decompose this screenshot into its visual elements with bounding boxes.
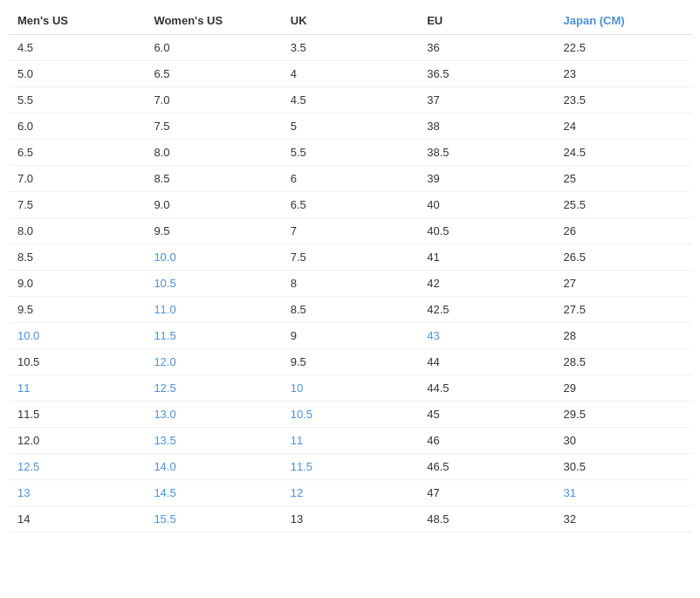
mens-us-cell: 10.0 [9,323,145,349]
table-row: 7.59.06.54025.5 [9,192,691,218]
header-japan: Japan (CM) [555,7,691,35]
header-uk: UK [282,7,418,35]
eu-cell: 47 [418,480,554,506]
table-row: 6.58.05.538.524.5 [9,140,691,166]
header-mens-us: Men's US [9,7,145,35]
japan-cell: 24 [555,113,691,140]
womens-us-cell: 12.5 [145,375,281,402]
womens-us-cell: 11.5 [145,323,281,349]
mens-us-cell: 7.5 [9,192,145,218]
eu-cell: 45 [418,402,554,428]
uk-cell: 4.5 [282,87,418,113]
table-row: 1314.5124731 [9,480,691,506]
japan-cell: 30 [555,428,691,454]
japan-cell: 31 [555,480,691,506]
mens-us-cell: 14 [9,506,145,533]
eu-cell: 37 [418,87,554,113]
japan-cell: 28 [555,323,691,349]
eu-cell: 44.5 [418,375,554,402]
japan-cell: 25.5 [555,192,691,218]
table-row: 8.09.5740.526 [9,218,691,244]
uk-cell: 8.5 [282,297,418,323]
eu-cell: 48.5 [418,506,554,533]
womens-us-cell: 12.0 [145,349,281,375]
mens-us-cell: 8.5 [9,244,145,271]
mens-us-cell: 10.5 [9,349,145,375]
eu-cell: 39 [418,166,554,192]
womens-us-cell: 7.0 [145,87,281,113]
table-row: 7.08.563925 [9,166,691,192]
mens-us-cell: 12.5 [9,454,145,480]
table-header-row: Men's US Women's US UK EU Japan (CM) [9,7,691,35]
uk-cell: 5.5 [282,140,418,166]
table-row: 10.011.594328 [9,323,691,349]
japan-cell: 25 [555,166,691,192]
uk-cell: 12 [282,480,418,506]
japan-cell: 26.5 [555,244,691,271]
table-row: 1112.51044.529 [9,375,691,402]
table-row: 10.512.09.54428.5 [9,349,691,375]
japan-cell: 27 [555,271,691,297]
womens-us-cell: 15.5 [145,506,281,533]
mens-us-cell: 9.5 [9,297,145,323]
uk-cell: 3.5 [282,35,418,61]
mens-us-cell: 13 [9,480,145,506]
japan-cell: 22.5 [555,35,691,61]
eu-cell: 41 [418,244,554,271]
womens-us-cell: 10.5 [145,271,281,297]
table-row: 12.514.011.546.530.5 [9,454,691,480]
mens-us-cell: 4.5 [9,35,145,61]
uk-cell: 6 [282,166,418,192]
eu-cell: 40 [418,192,554,218]
womens-us-cell: 14.5 [145,480,281,506]
mens-us-cell: 6.0 [9,113,145,140]
uk-cell: 10.5 [282,402,418,428]
womens-us-cell: 13.5 [145,428,281,454]
uk-cell: 13 [282,506,418,533]
womens-us-cell: 7.5 [145,113,281,140]
eu-cell: 43 [418,323,554,349]
japan-cell: 23 [555,61,691,87]
eu-cell: 42 [418,271,554,297]
eu-cell: 38 [418,113,554,140]
table-row: 9.010.584227 [9,271,691,297]
eu-cell: 36.5 [418,61,554,87]
eu-cell: 44 [418,349,554,375]
womens-us-cell: 9.0 [145,192,281,218]
uk-cell: 7.5 [282,244,418,271]
table-row: 8.510.07.54126.5 [9,244,691,271]
uk-cell: 6.5 [282,192,418,218]
japan-cell: 23.5 [555,87,691,113]
womens-us-cell: 8.5 [145,166,281,192]
size-chart-table: Men's US Women's US UK EU Japan (CM) 4.5… [9,7,691,533]
uk-cell: 4 [282,61,418,87]
womens-us-cell: 8.0 [145,140,281,166]
japan-cell: 29.5 [555,402,691,428]
mens-us-cell: 11 [9,375,145,402]
table-row: 6.07.553824 [9,113,691,140]
table-row: 5.06.5436.523 [9,61,691,87]
header-eu: EU [418,7,554,35]
womens-us-cell: 9.5 [145,218,281,244]
womens-us-cell: 6.5 [145,61,281,87]
uk-cell: 7 [282,218,418,244]
mens-us-cell: 8.0 [9,218,145,244]
table-row: 11.513.010.54529.5 [9,402,691,428]
mens-us-cell: 7.0 [9,166,145,192]
womens-us-cell: 11.0 [145,297,281,323]
uk-cell: 11 [282,428,418,454]
japan-cell: 30.5 [555,454,691,480]
table-row: 9.511.08.542.527.5 [9,297,691,323]
mens-us-cell: 12.0 [9,428,145,454]
header-womens-us: Women's US [145,7,281,35]
mens-us-cell: 6.5 [9,140,145,166]
womens-us-cell: 10.0 [145,244,281,271]
uk-cell: 11.5 [282,454,418,480]
eu-cell: 42.5 [418,297,554,323]
uk-cell: 5 [282,113,418,140]
uk-cell: 8 [282,271,418,297]
womens-us-cell: 14.0 [145,454,281,480]
japan-cell: 32 [555,506,691,533]
uk-cell: 9.5 [282,349,418,375]
japan-cell: 28.5 [555,349,691,375]
